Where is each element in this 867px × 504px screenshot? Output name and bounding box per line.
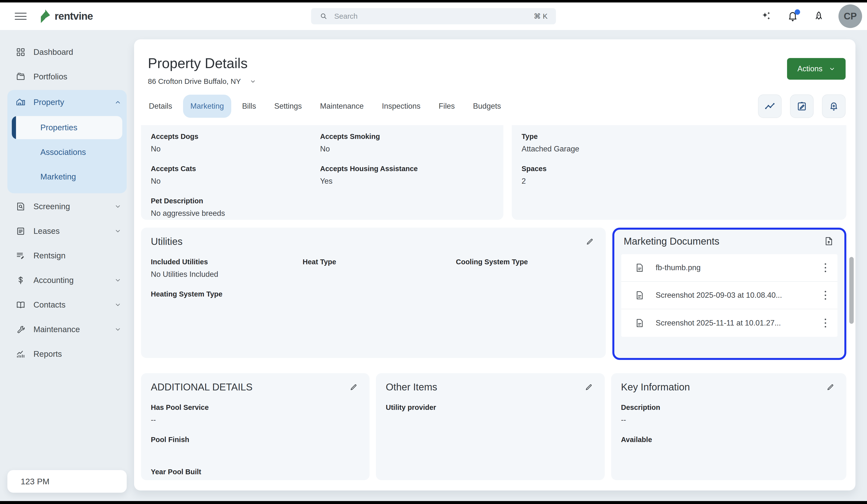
sidebar-item-label: Leases (33, 227, 60, 236)
upload-document-button[interactable] (824, 235, 835, 247)
field-label: Spaces (522, 165, 836, 173)
card-title: Key Information (621, 382, 690, 393)
tab-budgets[interactable]: Budgets (466, 95, 509, 118)
field-value (303, 270, 456, 280)
sidebar-item-contacts[interactable]: Contacts (7, 293, 127, 317)
app-window: rentvine ⌘ K (0, 0, 867, 504)
sidebar-subitem-marketing[interactable]: Marketing (12, 165, 122, 188)
house-icon (16, 97, 25, 107)
topbar: rentvine ⌘ K (0, 2, 867, 30)
field-accepts-housing-assistance: Accepts Housing Assistance Yes (320, 165, 493, 187)
field-value: -- (151, 480, 360, 480)
tab-maintenance[interactable]: Maintenance (313, 95, 371, 118)
sidebar-item-screening[interactable]: Screening (7, 194, 127, 219)
user-avatar[interactable]: CP (838, 4, 862, 28)
sidebar-item-dashboard[interactable]: Dashboard (7, 40, 127, 64)
sidebar-item-portfolios[interactable]: Portfolios (7, 64, 127, 89)
card-title: ADDITIONAL DETAILS (151, 382, 253, 393)
search-shortcut-hint: ⌘ K (534, 12, 547, 20)
field-label: Cooling System Type (456, 258, 596, 266)
sidebar-item-accounting[interactable]: Accounting (7, 268, 127, 293)
subscribe-button[interactable] (822, 95, 846, 118)
field-label: Type (522, 132, 836, 141)
file-menu-button[interactable] (822, 288, 828, 302)
tab-details[interactable]: Details (141, 95, 180, 118)
file-icon (634, 290, 645, 300)
sidebar-subitem-label: Properties (40, 123, 77, 132)
sidebar-item-label: Accounting (33, 276, 74, 285)
tab-inspections[interactable]: Inspections (374, 95, 428, 118)
notes-button[interactable] (790, 95, 814, 118)
file-menu-button[interactable] (822, 261, 828, 275)
notifications-button[interactable] (786, 10, 799, 23)
vertical-scrollbar-thumb[interactable] (849, 257, 854, 324)
sidebar-item-reports[interactable]: Reports (7, 342, 127, 366)
sidebar-item-leases[interactable]: Leases (7, 219, 127, 243)
global-search[interactable]: ⌘ K (311, 8, 556, 24)
edit-utilities-button[interactable] (585, 236, 596, 247)
sparkles-icon (761, 10, 772, 22)
tab-marketing[interactable]: Marketing (183, 95, 231, 118)
file-upload-icon (824, 236, 835, 246)
chevron-down-icon (115, 326, 121, 333)
ai-assistant-button[interactable] (760, 10, 773, 23)
field-label: Included Utilities (151, 258, 303, 266)
actions-button[interactable]: Actions (787, 58, 846, 80)
field-value: No Utilities Included (151, 270, 303, 280)
chevron-down-icon (250, 78, 256, 85)
whats-new-button[interactable] (812, 10, 825, 23)
field-description: Description -- (621, 404, 836, 425)
signature-icon (16, 251, 25, 261)
document-row[interactable]: Screenshot 2025-11-11 at 10.01.27... (621, 309, 837, 337)
field-heating-system-type: Heating System Type (151, 290, 303, 312)
tab-bar: Details Marketing Bills Settings Mainten… (141, 95, 508, 118)
edit-other-items-button[interactable] (584, 382, 595, 393)
sidebar-subitem-label: Associations (40, 147, 86, 157)
trend-line-icon (764, 100, 775, 112)
sidebar-item-label: Dashboard (33, 47, 73, 57)
field-year-pool-built: Year Pool Built -- (151, 468, 360, 480)
sidebar-item-rentsign[interactable]: Rentsign (7, 243, 127, 268)
trends-button[interactable] (758, 95, 782, 118)
brand-logo[interactable]: rentvine (40, 9, 93, 23)
edit-key-information-button[interactable] (826, 382, 836, 393)
file-menu-button[interactable] (822, 316, 828, 330)
clipboard-icon (16, 226, 25, 236)
field-pet-description: Pet Description No aggressive breeds (151, 197, 320, 219)
sidebar-subitem-properties[interactable]: Properties (12, 116, 122, 139)
card-title: Marketing Documents (624, 236, 719, 247)
sidebar-item-property[interactable]: Property (7, 90, 127, 114)
file-name: Screenshot 2025-09-03 at 10.08.40... (656, 291, 782, 300)
edit-additional-details-button[interactable] (349, 382, 360, 393)
field-label: Accepts Housing Assistance (320, 165, 493, 173)
field-value: 2 (522, 177, 836, 187)
hamburger-menu-button[interactable] (14, 11, 27, 21)
chevron-down-icon (115, 277, 121, 284)
document-row[interactable]: Screenshot 2025-09-03 at 10.08.40... (621, 282, 837, 309)
sidebar-item-maintenance[interactable]: Maintenance (7, 317, 127, 342)
field-label: Has Pool Service (151, 404, 360, 412)
field-available: Available (621, 436, 836, 458)
tab-files[interactable]: Files (431, 95, 462, 118)
pencil-icon (826, 383, 836, 392)
brand-name: rentvine (55, 10, 93, 22)
sidebar-subitem-associations[interactable]: Associations (12, 141, 122, 164)
search-input[interactable] (334, 12, 527, 20)
field-label: Heating System Type (151, 290, 303, 298)
dashboard-icon (16, 47, 25, 57)
field-label: Utility provider (386, 404, 595, 412)
clock-widget: 123 PM (7, 470, 127, 493)
sidebar-item-label: Screening (33, 202, 70, 211)
field-value: No (151, 177, 320, 187)
field-value (456, 270, 596, 280)
property-selector[interactable]: 86 Crofton Drive Buffalo, NY (148, 77, 256, 86)
document-row[interactable]: fb-thumb.png (621, 254, 837, 282)
pencil-icon (584, 383, 595, 392)
chevron-down-icon (115, 302, 121, 308)
tab-settings[interactable]: Settings (267, 95, 309, 118)
file-name: fb-thumb.png (656, 263, 701, 272)
field-cooling-system-type: Cooling System Type (456, 258, 596, 280)
field-value: -- (621, 416, 836, 425)
field-label: Available (621, 436, 836, 444)
tab-bills[interactable]: Bills (235, 95, 264, 118)
